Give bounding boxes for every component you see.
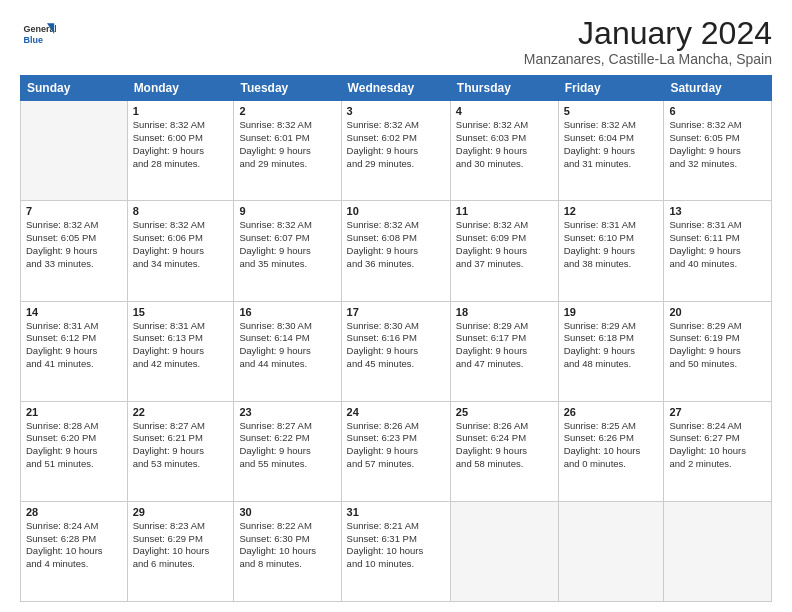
day-number: 27 <box>669 406 766 418</box>
day-number: 12 <box>564 205 659 217</box>
day-info: Sunrise: 8:32 AM Sunset: 6:04 PM Dayligh… <box>564 119 659 170</box>
day-cell-15: 15Sunrise: 8:31 AM Sunset: 6:13 PM Dayli… <box>127 301 234 401</box>
day-cell-1: 1Sunrise: 8:32 AM Sunset: 6:00 PM Daylig… <box>127 101 234 201</box>
day-number: 1 <box>133 105 229 117</box>
title-block: January 2024 Manzanares, Castille-La Man… <box>524 16 772 67</box>
day-cell-28: 28Sunrise: 8:24 AM Sunset: 6:28 PM Dayli… <box>21 501 128 601</box>
day-number: 7 <box>26 205 122 217</box>
weekday-header-saturday: Saturday <box>664 76 772 101</box>
location: Manzanares, Castille-La Mancha, Spain <box>524 51 772 67</box>
day-cell-2: 2Sunrise: 8:32 AM Sunset: 6:01 PM Daylig… <box>234 101 341 201</box>
week-row-5: 28Sunrise: 8:24 AM Sunset: 6:28 PM Dayli… <box>21 501 772 601</box>
weekday-header-friday: Friday <box>558 76 664 101</box>
day-info: Sunrise: 8:28 AM Sunset: 6:20 PM Dayligh… <box>26 420 122 471</box>
day-cell-24: 24Sunrise: 8:26 AM Sunset: 6:23 PM Dayli… <box>341 401 450 501</box>
week-row-4: 21Sunrise: 8:28 AM Sunset: 6:20 PM Dayli… <box>21 401 772 501</box>
logo-icon: General Blue <box>20 16 56 52</box>
day-info: Sunrise: 8:27 AM Sunset: 6:22 PM Dayligh… <box>239 420 335 471</box>
day-cell-30: 30Sunrise: 8:22 AM Sunset: 6:30 PM Dayli… <box>234 501 341 601</box>
day-cell-6: 6Sunrise: 8:32 AM Sunset: 6:05 PM Daylig… <box>664 101 772 201</box>
day-number: 9 <box>239 205 335 217</box>
day-number: 13 <box>669 205 766 217</box>
day-info: Sunrise: 8:30 AM Sunset: 6:14 PM Dayligh… <box>239 320 335 371</box>
day-info: Sunrise: 8:24 AM Sunset: 6:28 PM Dayligh… <box>26 520 122 571</box>
day-number: 26 <box>564 406 659 418</box>
day-info: Sunrise: 8:32 AM Sunset: 6:03 PM Dayligh… <box>456 119 553 170</box>
day-info: Sunrise: 8:31 AM Sunset: 6:13 PM Dayligh… <box>133 320 229 371</box>
day-number: 14 <box>26 306 122 318</box>
day-number: 10 <box>347 205 445 217</box>
svg-text:Blue: Blue <box>24 35 44 45</box>
day-info: Sunrise: 8:26 AM Sunset: 6:24 PM Dayligh… <box>456 420 553 471</box>
day-cell-20: 20Sunrise: 8:29 AM Sunset: 6:19 PM Dayli… <box>664 301 772 401</box>
day-number: 22 <box>133 406 229 418</box>
day-cell-4: 4Sunrise: 8:32 AM Sunset: 6:03 PM Daylig… <box>450 101 558 201</box>
weekday-header-sunday: Sunday <box>21 76 128 101</box>
day-info: Sunrise: 8:31 AM Sunset: 6:10 PM Dayligh… <box>564 219 659 270</box>
day-cell-8: 8Sunrise: 8:32 AM Sunset: 6:06 PM Daylig… <box>127 201 234 301</box>
day-cell-12: 12Sunrise: 8:31 AM Sunset: 6:10 PM Dayli… <box>558 201 664 301</box>
day-number: 18 <box>456 306 553 318</box>
empty-cell <box>21 101 128 201</box>
day-cell-18: 18Sunrise: 8:29 AM Sunset: 6:17 PM Dayli… <box>450 301 558 401</box>
day-info: Sunrise: 8:32 AM Sunset: 6:06 PM Dayligh… <box>133 219 229 270</box>
day-number: 17 <box>347 306 445 318</box>
month-title: January 2024 <box>524 16 772 51</box>
page-header: General Blue GeneralBlue January 2024 Ma… <box>20 16 772 67</box>
day-info: Sunrise: 8:29 AM Sunset: 6:17 PM Dayligh… <box>456 320 553 371</box>
day-number: 5 <box>564 105 659 117</box>
week-row-3: 14Sunrise: 8:31 AM Sunset: 6:12 PM Dayli… <box>21 301 772 401</box>
day-cell-17: 17Sunrise: 8:30 AM Sunset: 6:16 PM Dayli… <box>341 301 450 401</box>
day-cell-31: 31Sunrise: 8:21 AM Sunset: 6:31 PM Dayli… <box>341 501 450 601</box>
day-number: 8 <box>133 205 229 217</box>
day-info: Sunrise: 8:26 AM Sunset: 6:23 PM Dayligh… <box>347 420 445 471</box>
day-number: 25 <box>456 406 553 418</box>
empty-cell <box>664 501 772 601</box>
day-number: 19 <box>564 306 659 318</box>
day-cell-26: 26Sunrise: 8:25 AM Sunset: 6:26 PM Dayli… <box>558 401 664 501</box>
day-number: 4 <box>456 105 553 117</box>
day-number: 11 <box>456 205 553 217</box>
day-cell-7: 7Sunrise: 8:32 AM Sunset: 6:05 PM Daylig… <box>21 201 128 301</box>
day-info: Sunrise: 8:23 AM Sunset: 6:29 PM Dayligh… <box>133 520 229 571</box>
day-info: Sunrise: 8:30 AM Sunset: 6:16 PM Dayligh… <box>347 320 445 371</box>
day-number: 6 <box>669 105 766 117</box>
day-number: 28 <box>26 506 122 518</box>
logo: General Blue GeneralBlue <box>20 16 56 52</box>
day-cell-14: 14Sunrise: 8:31 AM Sunset: 6:12 PM Dayli… <box>21 301 128 401</box>
weekday-header-wednesday: Wednesday <box>341 76 450 101</box>
day-info: Sunrise: 8:32 AM Sunset: 6:05 PM Dayligh… <box>669 119 766 170</box>
day-info: Sunrise: 8:32 AM Sunset: 6:01 PM Dayligh… <box>239 119 335 170</box>
day-info: Sunrise: 8:29 AM Sunset: 6:18 PM Dayligh… <box>564 320 659 371</box>
day-cell-9: 9Sunrise: 8:32 AM Sunset: 6:07 PM Daylig… <box>234 201 341 301</box>
day-number: 30 <box>239 506 335 518</box>
day-cell-13: 13Sunrise: 8:31 AM Sunset: 6:11 PM Dayli… <box>664 201 772 301</box>
day-number: 31 <box>347 506 445 518</box>
day-info: Sunrise: 8:31 AM Sunset: 6:12 PM Dayligh… <box>26 320 122 371</box>
day-info: Sunrise: 8:32 AM Sunset: 6:05 PM Dayligh… <box>26 219 122 270</box>
day-cell-5: 5Sunrise: 8:32 AM Sunset: 6:04 PM Daylig… <box>558 101 664 201</box>
weekday-header-tuesday: Tuesday <box>234 76 341 101</box>
day-cell-27: 27Sunrise: 8:24 AM Sunset: 6:27 PM Dayli… <box>664 401 772 501</box>
day-info: Sunrise: 8:25 AM Sunset: 6:26 PM Dayligh… <box>564 420 659 471</box>
day-cell-19: 19Sunrise: 8:29 AM Sunset: 6:18 PM Dayli… <box>558 301 664 401</box>
day-cell-21: 21Sunrise: 8:28 AM Sunset: 6:20 PM Dayli… <box>21 401 128 501</box>
day-number: 29 <box>133 506 229 518</box>
week-row-2: 7Sunrise: 8:32 AM Sunset: 6:05 PM Daylig… <box>21 201 772 301</box>
day-info: Sunrise: 8:27 AM Sunset: 6:21 PM Dayligh… <box>133 420 229 471</box>
day-info: Sunrise: 8:32 AM Sunset: 6:08 PM Dayligh… <box>347 219 445 270</box>
day-info: Sunrise: 8:29 AM Sunset: 6:19 PM Dayligh… <box>669 320 766 371</box>
day-cell-29: 29Sunrise: 8:23 AM Sunset: 6:29 PM Dayli… <box>127 501 234 601</box>
empty-cell <box>558 501 664 601</box>
day-cell-16: 16Sunrise: 8:30 AM Sunset: 6:14 PM Dayli… <box>234 301 341 401</box>
day-info: Sunrise: 8:24 AM Sunset: 6:27 PM Dayligh… <box>669 420 766 471</box>
day-number: 16 <box>239 306 335 318</box>
day-info: Sunrise: 8:31 AM Sunset: 6:11 PM Dayligh… <box>669 219 766 270</box>
day-number: 15 <box>133 306 229 318</box>
weekday-header-thursday: Thursday <box>450 76 558 101</box>
day-cell-11: 11Sunrise: 8:32 AM Sunset: 6:09 PM Dayli… <box>450 201 558 301</box>
day-info: Sunrise: 8:32 AM Sunset: 6:07 PM Dayligh… <box>239 219 335 270</box>
day-info: Sunrise: 8:32 AM Sunset: 6:02 PM Dayligh… <box>347 119 445 170</box>
day-cell-10: 10Sunrise: 8:32 AM Sunset: 6:08 PM Dayli… <box>341 201 450 301</box>
week-row-1: 1Sunrise: 8:32 AM Sunset: 6:00 PM Daylig… <box>21 101 772 201</box>
